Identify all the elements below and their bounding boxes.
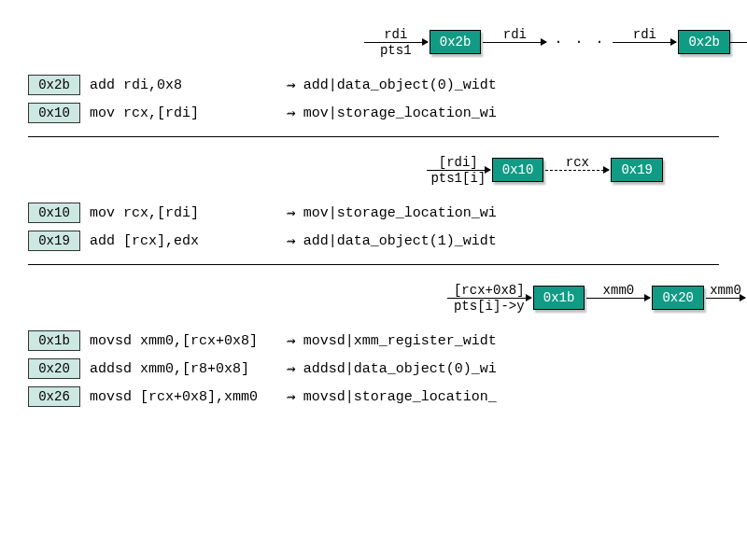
edge-label: xmm0 (710, 283, 741, 298)
flow-node: 0x2b (430, 30, 482, 54)
instruction-row: 0x10 mov rcx,[rdi] ⇝ mov|storage_locatio… (28, 103, 719, 123)
maps-to-icon: ⇝ (287, 104, 296, 122)
ellipsis: · · · (554, 35, 605, 50)
asm-text: add [rcx],edx (90, 233, 281, 249)
address-tag: 0x2b (28, 75, 80, 95)
flow-node: 0x19 (611, 158, 663, 182)
edge-label: rdi (384, 27, 407, 42)
divider (28, 264, 719, 265)
edge-label: [rdi] (439, 155, 478, 170)
maps-to-icon: ⇝ (287, 203, 296, 222)
description-text: mov|storage_location_wi (303, 105, 719, 121)
maps-to-icon: ⇝ (287, 387, 296, 406)
edge-label: pts[i]->y (454, 299, 525, 314)
asm-text: mov rcx,[rdi] (90, 105, 281, 121)
instruction-row: 0x1b movsd xmm0,[rcx+0x8] ⇝ movsd|xmm_re… (28, 330, 719, 351)
flow-diagram-1: rdipts1 0x2b rdi · · · rdi 0x2b (28, 19, 747, 65)
asm-text: add rdi,0x8 (90, 77, 281, 93)
flow-node: 0x2b (678, 30, 730, 54)
edge-label: pts1 (380, 43, 412, 58)
address-tag: 0x20 (28, 358, 80, 379)
section-1: rdipts1 0x2b rdi · · · rdi 0x2b 0x2b add… (28, 19, 719, 123)
edge-label: xmm0 (603, 283, 635, 298)
edge-label: pts1[i] (430, 171, 486, 186)
flow-node: 0x10 (492, 158, 544, 182)
flow-diagram-2: [rdi]pts1[i] 0x10 rcx 0x19 (28, 147, 719, 193)
maps-to-icon: ⇝ (287, 231, 296, 250)
asm-text: addsd xmm0,[r8+0x8] (90, 361, 281, 377)
address-tag: 0x10 (28, 203, 80, 223)
edge-label: rdi (633, 27, 656, 42)
section-3: [rcx+0x8]pts[i]->y 0x1b xmm0 0x20 xmm0 0… (28, 274, 719, 407)
description-text: movsd|storage_location_ (303, 389, 719, 405)
asm-text: movsd xmm0,[rcx+0x8] (90, 333, 281, 349)
address-tag: 0x19 (28, 231, 80, 251)
description-text: addsd|data_object(0)_wi (303, 361, 719, 377)
description-text: add|data_object(1)_widt (303, 233, 719, 249)
description-text: mov|storage_location_wi (303, 205, 719, 221)
maps-to-icon: ⇝ (287, 76, 296, 94)
description-text: movsd|xmm_register_widt (303, 333, 719, 349)
asm-text: movsd [rcx+0x8],xmm0 (90, 389, 281, 405)
flow-node: 0x1b (533, 286, 585, 310)
maps-to-icon: ⇝ (287, 359, 296, 378)
edge-label: rdi (503, 27, 527, 42)
instruction-row: 0x2b add rdi,0x8 ⇝ add|data_object(0)_wi… (28, 75, 719, 95)
address-tag: 0x26 (28, 386, 80, 407)
edge-label: rcx (566, 155, 589, 170)
divider (28, 136, 719, 137)
address-tag: 0x10 (28, 103, 80, 123)
maps-to-icon: ⇝ (287, 331, 296, 350)
asm-text: mov rcx,[rdi] (90, 205, 281, 221)
instruction-row: 0x10 mov rcx,[rdi] ⇝ mov|storage_locatio… (28, 203, 719, 223)
section-2: [rdi]pts1[i] 0x10 rcx 0x19 0x10 mov rcx,… (28, 147, 719, 251)
instruction-row: 0x19 add [rcx],edx ⇝ add|data_object(1)_… (28, 231, 719, 251)
instruction-row: 0x20 addsd xmm0,[r8+0x8] ⇝ addsd|data_ob… (28, 358, 719, 379)
address-tag: 0x1b (28, 330, 80, 351)
description-text: add|data_object(0)_widt (303, 77, 719, 93)
instruction-row: 0x26 movsd [rcx+0x8],xmm0 ⇝ movsd|storag… (28, 386, 719, 407)
edge-label: [rcx+0x8] (454, 283, 525, 298)
flow-node: 0x20 (652, 286, 704, 310)
flow-diagram-3: [rcx+0x8]pts[i]->y 0x1b xmm0 0x20 xmm0 (28, 274, 747, 321)
